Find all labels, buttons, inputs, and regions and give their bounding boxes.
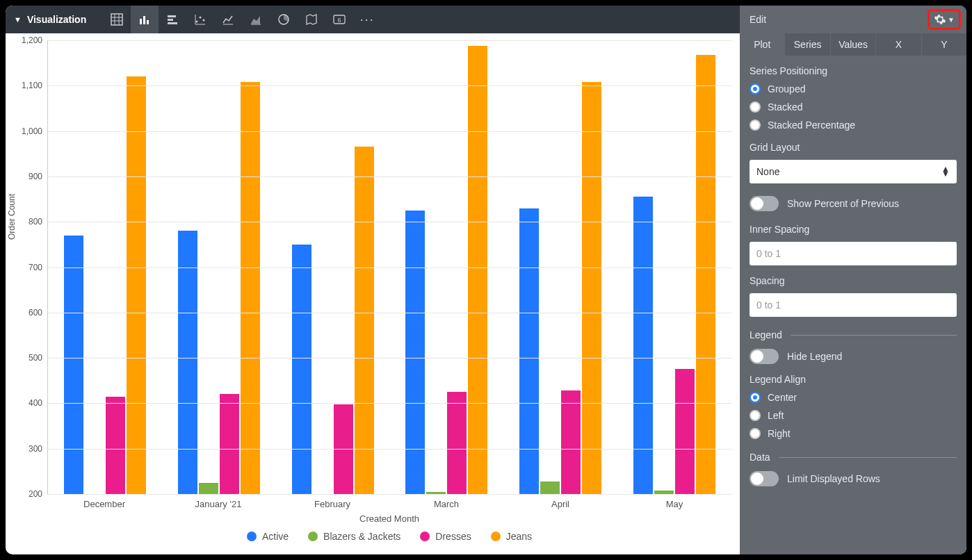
legend-swatch xyxy=(308,532,318,541)
chevron-down-icon: ▼ xyxy=(948,16,955,24)
gridline xyxy=(48,403,731,404)
chart-legend: ActiveBlazers & JacketsDressesJeans xyxy=(47,531,731,550)
x-axis-label: Created Month xyxy=(47,509,731,531)
gridline xyxy=(48,449,731,450)
grid-layout-select[interactable]: None ▲▼ xyxy=(750,160,957,183)
legend-item[interactable]: Active xyxy=(247,531,289,542)
chart-type-table[interactable] xyxy=(103,6,131,33)
settings-menu-button[interactable]: ▼ xyxy=(928,9,961,30)
toggle-show-percent[interactable] xyxy=(750,196,779,211)
svg-point-13 xyxy=(203,19,205,22)
x-axis-labels: DecemberJanuary '21FebruaryMarchAprilMay xyxy=(47,495,731,509)
tab-series[interactable]: Series xyxy=(785,33,830,56)
y-tick-label: 700 xyxy=(29,263,48,272)
bar[interactable] xyxy=(106,397,125,494)
bar[interactable] xyxy=(199,483,218,494)
tab-x[interactable]: X xyxy=(876,33,921,56)
bar[interactable] xyxy=(696,55,715,494)
gridline xyxy=(48,40,731,41)
x-tick-label: December xyxy=(47,495,161,509)
legend-item[interactable]: Blazers & Jackets xyxy=(308,531,400,542)
legend-item[interactable]: Dresses xyxy=(420,531,471,542)
svg-rect-7 xyxy=(147,20,149,24)
svg-rect-10 xyxy=(168,22,177,24)
legend-label: Jeans xyxy=(506,531,532,542)
x-tick-label: January '21 xyxy=(161,495,275,509)
chart-type-map[interactable] xyxy=(298,6,325,33)
tab-plot[interactable]: Plot xyxy=(740,33,785,56)
y-tick-label: 200 xyxy=(29,489,48,499)
radio-align-center[interactable]: Center xyxy=(750,392,957,403)
limit-rows-label: Limit Displayed Rows xyxy=(787,473,880,484)
y-tick-label: 800 xyxy=(29,217,48,227)
bar[interactable] xyxy=(675,369,695,494)
bar[interactable] xyxy=(241,82,260,494)
panel-title: Visualization xyxy=(27,14,86,25)
svg-rect-8 xyxy=(168,15,176,17)
radio-align-left[interactable]: Left xyxy=(750,410,957,421)
svg-point-12 xyxy=(200,17,202,19)
bar[interactable] xyxy=(561,390,581,494)
x-tick-label: March xyxy=(389,495,503,509)
chart-type-horizontal-bar[interactable] xyxy=(159,6,186,33)
toggle-hide-legend[interactable] xyxy=(750,349,779,364)
series-positioning-label: Series Positioning xyxy=(750,65,957,76)
spacing-input[interactable]: 0 to 1 xyxy=(750,293,957,317)
bar[interactable] xyxy=(405,211,425,494)
inner-spacing-input[interactable]: 0 to 1 xyxy=(750,242,957,265)
radio-grouped[interactable]: Grouped xyxy=(750,83,957,94)
legend-swatch xyxy=(247,532,257,541)
inner-spacing-label: Inner Spacing xyxy=(750,224,957,235)
x-tick-label: April xyxy=(503,495,617,509)
legend-label: Active xyxy=(262,531,289,542)
gridline xyxy=(48,358,731,359)
tab-y[interactable]: Y xyxy=(922,33,966,56)
bar[interactable] xyxy=(582,82,601,494)
chart-type-picker: 6 ··· xyxy=(103,6,381,33)
chart-type-line[interactable] xyxy=(214,6,242,33)
y-tick-label: 500 xyxy=(29,353,48,363)
bar[interactable] xyxy=(633,197,653,494)
gear-icon xyxy=(934,13,946,26)
bar[interactable] xyxy=(447,392,467,494)
svg-rect-9 xyxy=(168,19,173,21)
bar[interactable] xyxy=(519,208,539,494)
toggle-limit-rows[interactable] xyxy=(750,471,779,486)
bar[interactable] xyxy=(540,481,560,494)
chart-type-area[interactable] xyxy=(242,6,270,33)
y-axis-label: Order Count xyxy=(7,194,17,240)
legend-section-header: Legend xyxy=(750,329,782,340)
left-panel: ▼ Visualization 6 ··· Order Count xyxy=(6,6,740,554)
gridline xyxy=(48,85,731,86)
chart-type-pie[interactable] xyxy=(270,6,298,33)
radio-align-right[interactable]: Right xyxy=(750,428,957,439)
bar[interactable] xyxy=(127,76,146,494)
radio-stacked[interactable]: Stacked xyxy=(750,101,957,113)
radio-stacked-percentage[interactable]: Stacked Percentage xyxy=(750,120,957,131)
svg-rect-6 xyxy=(143,16,145,24)
y-tick-label: 1,100 xyxy=(22,81,48,90)
bar[interactable] xyxy=(178,231,197,494)
bar[interactable] xyxy=(468,46,487,494)
bar[interactable] xyxy=(220,394,239,494)
legend-item[interactable]: Jeans xyxy=(491,531,532,542)
collapse-triangle-icon: ▼ xyxy=(14,15,22,24)
data-section-header: Data xyxy=(750,452,770,463)
spacing-label: Spacing xyxy=(750,275,957,286)
show-percent-label: Show Percent of Previous xyxy=(787,198,899,209)
chart-type-more[interactable]: ··· xyxy=(353,6,381,33)
hide-legend-label: Hide Legend xyxy=(787,351,842,362)
edit-tabs: Plot Series Values X Y xyxy=(740,33,966,56)
chart-type-bar[interactable] xyxy=(131,6,159,33)
panel-title-toggle[interactable]: ▼ Visualization xyxy=(14,14,86,25)
tab-values[interactable]: Values xyxy=(831,33,876,56)
legend-label: Dresses xyxy=(435,531,471,542)
chart-type-scatter[interactable] xyxy=(186,6,214,33)
bar[interactable] xyxy=(64,236,83,494)
chart-type-single-value[interactable]: 6 xyxy=(325,6,353,33)
select-arrows-icon: ▲▼ xyxy=(941,167,950,176)
legend-swatch xyxy=(491,532,501,541)
plot-area: 2003004005006007008009001,0001,1001,200 xyxy=(47,40,731,495)
bar[interactable] xyxy=(355,147,374,494)
bar[interactable] xyxy=(292,245,311,494)
